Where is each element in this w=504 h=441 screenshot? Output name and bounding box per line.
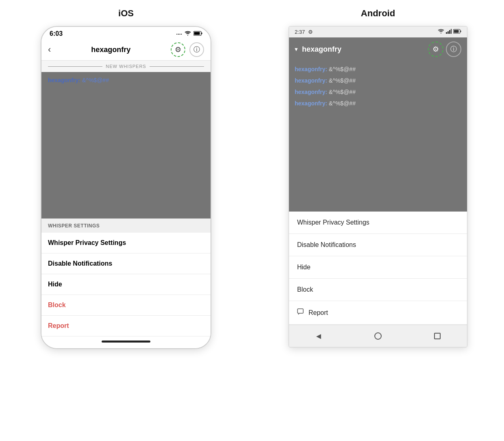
- android-back-button[interactable]: ◄: [311, 330, 327, 342]
- ios-settings-header: WHISPER SETTINGS: [41, 219, 211, 233]
- android-home-icon: [374, 332, 382, 340]
- android-nav-title: hexagonfry: [302, 45, 341, 54]
- android-message-username-4: hexagonfry:: [295, 100, 327, 107]
- android-settings-item-hide[interactable]: Hide: [289, 256, 467, 279]
- android-nav-left: ▾ hexagonfry: [295, 45, 341, 54]
- android-settings-panel: Whisper Privacy Settings Disable Notific…: [289, 212, 467, 325]
- ios-new-whispers-divider: NEW WHISPERS: [41, 61, 211, 72]
- svg-rect-6: [451, 29, 452, 34]
- ios-settings-label-disable-notifications: Disable Notifications: [48, 260, 112, 267]
- ios-status-bar: 6:03 ····: [41, 27, 211, 39]
- android-settings-label-report: Report: [308, 309, 328, 317]
- ios-home-indicator: [41, 336, 211, 348]
- android-recents-icon: [434, 333, 441, 339]
- android-message-content-3: &^%$@##: [329, 89, 356, 95]
- android-settings-label-block: Block: [297, 286, 313, 293]
- android-chat-message-4: hexagonfry: &^%$@##: [295, 100, 461, 107]
- ios-gear-button[interactable]: ⚙: [171, 42, 185, 57]
- android-settings-label-hide: Hide: [297, 264, 311, 271]
- ios-nav-actions: ⚙ ⓘ: [171, 42, 204, 57]
- android-chat-message-3: hexagonfry: &^%$@##: [295, 89, 461, 95]
- ios-info-button[interactable]: ⓘ: [189, 42, 204, 57]
- android-section: Android 2:37 ⚙: [260, 8, 496, 349]
- platforms-container: iOS 6:03 ···· ‹ hexagonfry: [8, 8, 496, 349]
- svg-rect-3: [446, 32, 447, 34]
- android-signal-icon: [446, 29, 452, 35]
- divider-line-right: [150, 66, 204, 67]
- ios-platform-title: iOS: [118, 8, 134, 19]
- android-message-content-1: &^%$@##: [329, 66, 356, 72]
- android-message-username-2: hexagonfry:: [295, 77, 327, 84]
- android-settings-item-disable-notifications[interactable]: Disable Notifications: [289, 234, 467, 256]
- android-back-icon: ◄: [315, 332, 323, 341]
- android-report-icon: [297, 308, 304, 317]
- android-gear-icon: ⚙: [432, 45, 439, 54]
- ios-message-username-1: hexagonfry:: [48, 77, 80, 83]
- divider-line-left: [48, 66, 102, 67]
- svg-rect-5: [449, 30, 450, 34]
- android-gear-button[interactable]: ⚙: [428, 41, 443, 57]
- ios-back-button[interactable]: ‹: [48, 44, 51, 55]
- ios-settings-item-block[interactable]: Block: [41, 295, 211, 316]
- android-settings-item-block[interactable]: Block: [289, 279, 467, 301]
- svg-rect-2: [202, 33, 202, 34]
- ios-message-content-1: &^%$@##: [82, 77, 109, 83]
- android-message-content-4: &^%$@##: [329, 100, 356, 107]
- ios-settings-label-hide: Hide: [48, 281, 62, 288]
- ios-settings-item-report[interactable]: Report: [41, 316, 211, 336]
- ios-status-icons: ····: [176, 31, 202, 37]
- ios-frame: 6:03 ···· ‹ hexagonfry ⚙: [41, 26, 211, 349]
- android-status-time: 2:37: [295, 29, 305, 35]
- ios-settings-item-privacy[interactable]: Whisper Privacy Settings: [41, 233, 211, 253]
- android-status-right: [438, 29, 461, 35]
- ios-gear-icon: ⚙: [175, 45, 181, 54]
- svg-rect-10: [298, 309, 303, 313]
- android-settings-item-report[interactable]: Report: [289, 301, 467, 325]
- android-message-username-1: hexagonfry:: [295, 66, 327, 72]
- ios-info-icon: ⓘ: [193, 46, 200, 54]
- svg-rect-4: [448, 31, 449, 34]
- ios-section: iOS 6:03 ···· ‹ hexagonfry: [8, 8, 244, 349]
- android-nav-actions: ⚙ ⓘ: [428, 41, 461, 57]
- android-wifi-icon: [438, 29, 444, 35]
- android-status-bar: 2:37 ⚙: [289, 26, 467, 37]
- svg-rect-8: [454, 30, 459, 33]
- android-settings-label-disable-notifications: Disable Notifications: [297, 241, 356, 249]
- ios-home-bar: [102, 341, 150, 343]
- ios-settings-label-block: Block: [48, 301, 66, 308]
- new-whispers-label: NEW WHISPERS: [106, 64, 146, 69]
- android-chat-area: hexagonfry: &^%$@## hexagonfry: &^%$@## …: [289, 61, 467, 212]
- android-info-icon: ⓘ: [450, 45, 457, 54]
- ios-settings-item-disable-notifications[interactable]: Disable Notifications: [41, 253, 211, 274]
- android-chat-message-1: hexagonfry: &^%$@##: [295, 66, 461, 72]
- ios-chat-area: hexagonfry: &^%$@##: [41, 72, 211, 218]
- ios-wifi-icon: [185, 31, 191, 37]
- android-frame: 2:37 ⚙ ▾: [289, 26, 467, 347]
- android-nav-bar: ▾ hexagonfry ⚙ ⓘ: [289, 37, 467, 61]
- android-message-username-3: hexagonfry:: [295, 89, 327, 95]
- android-dropdown-icon[interactable]: ▾: [295, 46, 298, 53]
- android-bottom-bar: ◄: [289, 325, 467, 347]
- android-battery-icon: [453, 29, 461, 35]
- ios-settings-label-privacy: Whisper Privacy Settings: [48, 239, 126, 246]
- ios-status-time: 6:03: [50, 30, 63, 37]
- ios-signal-dots: ····: [176, 31, 182, 37]
- ios-nav-bar: ‹ hexagonfry ⚙ ⓘ: [41, 39, 211, 61]
- svg-rect-1: [194, 32, 200, 35]
- android-settings-item-privacy[interactable]: Whisper Privacy Settings: [289, 212, 467, 234]
- ios-settings-panel: WHISPER SETTINGS Whisper Privacy Setting…: [41, 218, 211, 336]
- svg-rect-9: [461, 31, 461, 32]
- android-status-gear-icon: ⚙: [308, 29, 313, 35]
- ios-battery-icon: [193, 31, 202, 37]
- android-settings-label-privacy: Whisper Privacy Settings: [297, 219, 369, 226]
- android-message-content-2: &^%$@##: [329, 77, 356, 84]
- ios-chat-message-1: hexagonfry: &^%$@##: [48, 77, 204, 83]
- android-home-button[interactable]: [370, 330, 386, 342]
- android-status-left: 2:37 ⚙: [295, 29, 313, 35]
- android-info-button[interactable]: ⓘ: [446, 41, 461, 57]
- ios-settings-label-report: Report: [48, 322, 69, 329]
- ios-nav-title: hexagonfry: [91, 46, 130, 54]
- android-platform-title: Android: [361, 8, 395, 19]
- ios-settings-item-hide[interactable]: Hide: [41, 274, 211, 295]
- android-recents-button[interactable]: [429, 330, 445, 342]
